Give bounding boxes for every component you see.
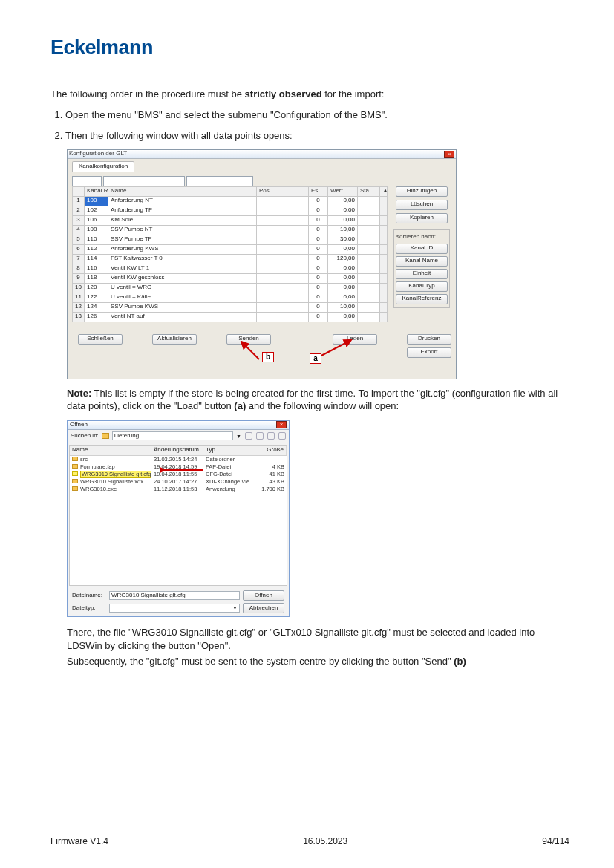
intro-post: for the import: [322, 88, 385, 99]
filter-name[interactable] [103, 176, 185, 186]
win2-title: Öffnen [70, 421, 88, 429]
filetype-label: Dateityp: [72, 604, 106, 613]
folder-icon [102, 433, 109, 439]
col-name[interactable]: Name [70, 446, 151, 455]
th-ref: Kanal Referenz [85, 186, 108, 196]
table-row[interactable]: 3106KM Sole00,00 [73, 215, 388, 225]
sort-kanaltyp-button[interactable]: Kanal Typ [396, 281, 448, 292]
note-label: Note: [67, 388, 91, 399]
svg-line-1 [317, 340, 351, 358]
tab-kanalkonfig[interactable]: Kanalkonfiguration [72, 161, 134, 172]
table-row[interactable]: 9118Ventil KW geschloss00,00 [73, 273, 388, 283]
table-row[interactable]: 7114FST Kaltwasser T 00120,00 [73, 254, 388, 264]
filetype-dropdown[interactable]: ▼ [109, 604, 240, 613]
after-text-2: Subsequently, the "glt.cfg" must be sent… [67, 655, 569, 668]
after-text-1: There, the file "WRG3010 Signalliste glt… [67, 626, 569, 652]
open-button[interactable]: Öffnen [243, 590, 284, 601]
table-row[interactable]: 6112Anforderung KWS00,00 [73, 244, 388, 254]
step-2: Then the following window with all data … [65, 129, 569, 143]
lookin-label: Suchen in: [71, 432, 99, 440]
copy-button[interactable]: Kopieren [396, 213, 448, 223]
open-dialog-window: Öffnen × Suchen in: Lieferung ▼ Name Änd… [67, 420, 290, 617]
table-row[interactable]: 10120U ventil = WRG00,00 [73, 283, 388, 293]
views-icon[interactable] [278, 432, 286, 440]
cancel-button[interactable]: Abbrechen [243, 603, 284, 613]
table-row[interactable]: 1100Anforderung NT00,00 [73, 196, 388, 206]
glt-config-window: Konfiguration der GLT × Kanalkonfigurati… [67, 149, 457, 379]
filename-field[interactable]: WRG3010 Signalliste glt.cfg [109, 591, 240, 600]
table-row[interactable]: 13126Ventil NT auf00,00 [73, 312, 388, 322]
th-sta: Sta... [358, 186, 380, 196]
list-item[interactable]: WRG3010.exe11.12.2018 11:53Anwendung1.70… [70, 486, 287, 493]
th-es: Es... [309, 186, 328, 196]
newfolder-icon[interactable] [267, 432, 275, 440]
col-size[interactable]: Größe [255, 446, 287, 455]
sort-kanalid-button[interactable]: Kanal ID [396, 244, 448, 254]
up-icon[interactable] [256, 432, 264, 440]
win1-title: Konfiguration der GLT [69, 150, 127, 158]
back-icon[interactable] [245, 432, 252, 440]
table-row[interactable]: 8116Ventil KW LT 100,00 [73, 264, 388, 273]
table-row[interactable]: 5110SSV Pumpe TF030,00 [73, 235, 388, 244]
refresh-button[interactable]: Aktualisieren [152, 334, 197, 345]
footer-center: 16.05.2023 [303, 835, 347, 847]
datapoint-table: Kanal Referenz Name Pos Es... Wert Sta..… [72, 186, 388, 322]
filter-pos[interactable] [186, 176, 253, 186]
selection-arrow [160, 466, 204, 474]
table-row[interactable]: 11122U ventil = Kälte00,00 [73, 293, 388, 302]
th-name: Name [108, 186, 257, 196]
dropdown-icon[interactable]: ▼ [236, 433, 241, 440]
footer-left: Firmware V1.4 [50, 835, 108, 847]
after-b-ref: (b) [454, 656, 466, 667]
lookin-dropdown[interactable]: Lieferung [112, 431, 233, 440]
export-button[interactable]: Export [407, 347, 451, 358]
note-a-ref: (a) [234, 400, 246, 411]
step-1: Open the menu "BMS" and select the subme… [65, 108, 569, 122]
svg-line-0 [241, 342, 259, 359]
table-row[interactable]: 12124SSV Pumpe KWS010,00 [73, 302, 388, 312]
brand-logo: Eckelmann [50, 34, 569, 61]
callout-a: a [310, 353, 321, 364]
sort-einheit-button[interactable]: Einheit [396, 269, 448, 279]
footer-right: 94/114 [542, 835, 569, 847]
intro-pre: The following order in the procedure mus… [50, 88, 245, 99]
close-icon[interactable]: × [276, 421, 287, 428]
add-button[interactable]: Hinzufügen [396, 186, 448, 197]
intro-text: The following order in the procedure mus… [50, 88, 569, 101]
list-item[interactable]: src31.03.2015 14:24Dateiordner [70, 456, 287, 463]
table-row[interactable]: 4108SSV Pumpe NT010,00 [73, 225, 388, 235]
note-post: and the following window will open: [246, 400, 399, 411]
filename-label: Dateiname: [72, 592, 106, 600]
filter-ref[interactable] [72, 176, 102, 186]
close-icon[interactable]: × [444, 151, 454, 158]
close-button[interactable]: Schließen [78, 334, 123, 345]
callout-b: b [262, 352, 274, 362]
list-item[interactable]: WRG3010 Signalliste.xdx24.10.2017 14:27X… [70, 478, 287, 486]
col-date[interactable]: Änderungsdatum [151, 446, 203, 455]
th-pos: Pos [257, 186, 309, 196]
note-paragraph: Note: This list is empty if the store is… [67, 387, 569, 413]
th-wert: Wert [328, 186, 358, 196]
step-2-text: Then the following window with all data … [65, 130, 293, 141]
print-button[interactable]: Drucken [407, 334, 451, 345]
sort-label: sortieren nach: [396, 233, 436, 241]
intro-strong: strictly observed [245, 88, 322, 99]
sort-kanalref-button[interactable]: KanalReferenz [396, 294, 448, 304]
col-type[interactable]: Typ [203, 446, 255, 455]
sort-kanalname-button[interactable]: Kanal Name [396, 256, 448, 267]
delete-button[interactable]: Löschen [396, 200, 448, 210]
table-row[interactable]: 2102Anforderung TF00,00 [73, 206, 388, 215]
